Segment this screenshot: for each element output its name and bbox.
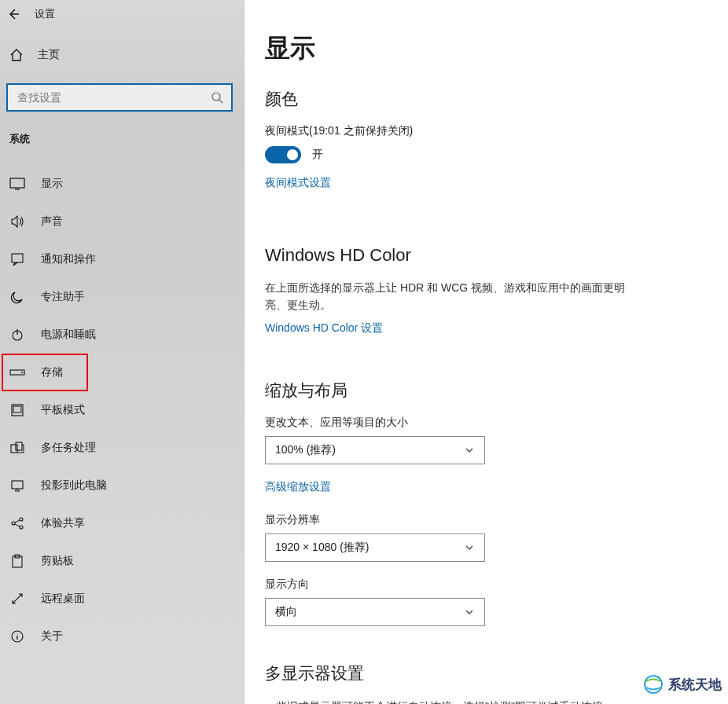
chevron-down-icon xyxy=(464,542,475,553)
svg-rect-1 xyxy=(10,178,24,188)
notification-icon xyxy=(9,251,25,267)
search-box[interactable] xyxy=(6,83,233,112)
sidebar-item-label: 关于 xyxy=(41,629,63,644)
resolution-label: 显示分辨率 xyxy=(265,513,704,527)
night-mode-state: 开 xyxy=(312,148,323,162)
sidebar-item-about[interactable]: 关于 xyxy=(0,618,244,655)
section-color-heading: 颜色 xyxy=(265,88,704,110)
hd-desc: 在上面所选择的显示器上让 HDR 和 WCG 视频、游戏和应用中的画面更明亮、更… xyxy=(265,280,634,314)
chevron-down-icon xyxy=(464,607,475,618)
section-scale-heading: 缩放与布局 xyxy=(265,380,704,402)
svg-rect-8 xyxy=(11,445,17,453)
sidebar-item-label: 主页 xyxy=(38,48,60,62)
sidebar-item-label: 电源和睡眠 xyxy=(41,328,96,342)
svg-point-0 xyxy=(212,93,220,101)
resolution-value: 1920 × 1080 (推荐) xyxy=(275,541,369,555)
svg-point-12 xyxy=(20,518,23,521)
search-input[interactable] xyxy=(16,90,211,104)
sidebar-item-label: 通知和操作 xyxy=(41,252,96,266)
night-mode-settings-link[interactable]: 夜间模式设置 xyxy=(265,176,331,190)
sidebar-item-multitask[interactable]: 多任务处理 xyxy=(0,429,244,467)
advanced-scale-link[interactable]: 高级缩放设置 xyxy=(265,480,331,494)
back-arrow-icon[interactable] xyxy=(6,7,20,21)
night-mode-toggle[interactable] xyxy=(265,146,301,163)
svg-point-17 xyxy=(645,676,662,693)
multi-desc: 一些旧式显示器可能不会进行自动连接，选择"检测"即可尝试手动连接。 xyxy=(265,698,674,704)
chevron-down-icon xyxy=(464,445,475,456)
tablet-icon xyxy=(9,402,25,418)
sidebar: 设置 主页 系统 显示 声音 xyxy=(0,0,245,704)
sound-icon xyxy=(9,214,25,229)
settings-title: 设置 xyxy=(35,7,55,21)
globe-icon xyxy=(643,674,664,695)
svg-point-11 xyxy=(12,522,15,525)
hd-settings-link[interactable]: Windows HD Color 设置 xyxy=(265,321,383,336)
display-icon xyxy=(9,176,25,192)
night-mode-label: 夜间模式(19:01 之前保持关闭) xyxy=(265,124,704,138)
sidebar-item-label: 专注助手 xyxy=(41,290,85,304)
power-icon xyxy=(9,327,25,343)
sidebar-item-tablet[interactable]: 平板模式 xyxy=(0,391,244,429)
scale-size-value: 100% (推荐) xyxy=(275,443,336,457)
storage-icon xyxy=(9,365,25,380)
sidebar-item-display[interactable]: 显示 xyxy=(0,165,244,203)
resolution-select[interactable]: 1920 × 1080 (推荐) xyxy=(265,534,485,562)
focus-icon xyxy=(9,289,25,305)
sidebar-item-project[interactable]: 投影到此电脑 xyxy=(0,467,244,504)
sidebar-item-notifications[interactable]: 通知和操作 xyxy=(0,240,244,278)
svg-point-13 xyxy=(20,526,23,529)
sidebar-item-label: 显示 xyxy=(41,177,63,191)
sidebar-item-home[interactable]: 主页 xyxy=(0,38,244,72)
sidebar-item-shared[interactable]: 体验共享 xyxy=(0,504,244,542)
sidebar-item-label: 平板模式 xyxy=(41,403,85,417)
sidebar-item-label: 存储 xyxy=(41,365,63,380)
clipboard-icon xyxy=(9,553,25,569)
share-icon xyxy=(9,515,25,531)
multitask-icon xyxy=(9,440,25,456)
section-hd-heading: Windows HD Color xyxy=(265,245,704,266)
orientation-value: 横向 xyxy=(275,605,297,619)
remote-icon xyxy=(9,591,25,607)
svg-point-5 xyxy=(21,372,23,373)
sidebar-item-label: 声音 xyxy=(41,214,63,229)
home-icon xyxy=(9,48,24,62)
watermark: 系统天地 xyxy=(643,674,722,695)
orientation-select[interactable]: 横向 xyxy=(265,598,485,626)
sidebar-nav: 显示 声音 通知和操作 专注助手 电源和睡眠 存储 xyxy=(0,165,244,655)
sidebar-item-clipboard[interactable]: 剪贴板 xyxy=(0,542,244,580)
watermark-label: 系统天地 xyxy=(668,676,722,694)
sidebar-item-power[interactable]: 电源和睡眠 xyxy=(0,316,244,354)
sidebar-item-sound[interactable]: 声音 xyxy=(0,203,244,240)
svg-rect-7 xyxy=(13,406,21,412)
sidebar-item-remote[interactable]: 远程桌面 xyxy=(0,580,244,618)
scale-size-select[interactable]: 100% (推荐) xyxy=(265,436,485,464)
svg-rect-9 xyxy=(16,442,22,450)
page-title: 显示 xyxy=(265,31,704,66)
sidebar-item-label: 多任务处理 xyxy=(41,441,96,455)
sidebar-item-label: 远程桌面 xyxy=(41,592,85,606)
search-icon xyxy=(211,91,223,104)
section-multi-heading: 多显示器设置 xyxy=(265,662,704,684)
sidebar-item-label: 投影到此电脑 xyxy=(41,478,107,493)
sidebar-category: 系统 xyxy=(0,112,244,151)
orientation-label: 显示方向 xyxy=(265,578,704,592)
info-icon xyxy=(9,629,25,644)
sidebar-item-storage[interactable]: 存储 xyxy=(0,354,244,391)
main-content: 显示 颜色 夜间模式(19:01 之前保持关闭) 开 夜间模式设置 Window… xyxy=(245,0,728,704)
svg-rect-10 xyxy=(12,481,23,489)
sidebar-item-label: 体验共享 xyxy=(41,516,85,530)
svg-rect-2 xyxy=(12,254,23,262)
scale-size-label: 更改文本、应用等项目的大小 xyxy=(265,416,704,430)
sidebar-item-label: 剪贴板 xyxy=(41,554,74,568)
sidebar-item-focus-assist[interactable]: 专注助手 xyxy=(0,278,244,316)
project-icon xyxy=(9,478,25,493)
